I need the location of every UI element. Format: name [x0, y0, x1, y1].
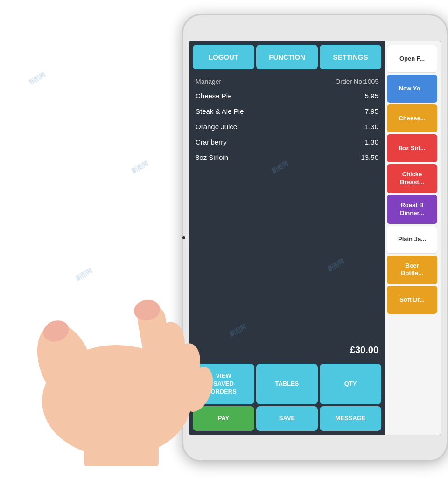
order-item: Orange Juice 1.30 [196, 123, 378, 131]
tables-button[interactable]: TABLES [256, 364, 318, 404]
svg-rect-8 [84, 424, 159, 466]
menu-item-beer[interactable]: Beer Bottle... [387, 256, 437, 284]
item-price-2: 7.95 [365, 107, 378, 115]
order-header: Manager Order No:1005 [196, 78, 378, 85]
menu-item-roast[interactable]: Roast B Dinner... [387, 195, 437, 224]
item-price-1: 5.95 [365, 92, 378, 100]
tablet-screen: LOGOUT FUNCTION SETTINGS Manager Order N… [189, 41, 441, 435]
order-item: Cheese Pie 5.95 [196, 92, 378, 100]
order-number: Order No:1005 [335, 78, 378, 85]
menu-item-8oz-sirloin[interactable]: 8oz Sirl... [387, 134, 437, 162]
hand-illustration [23, 131, 219, 466]
order-item: 8oz Sirloin 13.50 [196, 153, 378, 161]
message-button[interactable]: MESSAGE [320, 406, 381, 431]
manager-label: Manager [196, 78, 221, 85]
menu-item-cheese[interactable]: Cheese... [387, 104, 437, 132]
logout-button[interactable]: LOGOUT [193, 45, 254, 69]
menu-item-soft-drink[interactable]: Soft Dr... [387, 286, 437, 314]
bottom-row-1: VIEW SAVED ORDERS TABLES QTY [193, 364, 381, 404]
top-buttons-row: LOGOUT FUNCTION SETTINGS [189, 41, 385, 73]
order-item: Steak & Ale Pie 7.95 [196, 107, 378, 115]
menu-item-plain[interactable]: Plain Ja... [387, 226, 437, 254]
item-name-3: Orange Juice [196, 123, 237, 131]
qty-button[interactable]: QTY [320, 364, 381, 404]
menu-panel: Open F... New Yo... Cheese... 8oz Sirl..… [385, 41, 441, 435]
function-button[interactable]: FUNCTION [256, 45, 318, 69]
menu-item-new-yo[interactable]: New Yo... [387, 75, 437, 103]
settings-button[interactable]: SETTINGS [320, 45, 381, 69]
tablet: LOGOUT FUNCTION SETTINGS Manager Order N… [182, 14, 448, 462]
item-price-4: 1.30 [365, 138, 378, 146]
item-name-1: Cheese Pie [196, 92, 232, 100]
total-amount: £30.00 [350, 345, 378, 355]
order-item: Cranberry 1.30 [196, 138, 378, 146]
menu-item-chicken[interactable]: Chicke Breast... [387, 164, 437, 193]
menu-item-open[interactable]: Open F... [387, 45, 437, 73]
bottom-row-2: PAY SAVE MESSAGE [193, 406, 381, 431]
watermark-1: 新图网 [27, 70, 47, 87]
save-button[interactable]: SAVE [256, 406, 318, 431]
item-price-3: 1.30 [365, 123, 378, 131]
item-price-5: 13.50 [361, 153, 378, 161]
item-name-2: Steak & Ale Pie [196, 107, 244, 115]
